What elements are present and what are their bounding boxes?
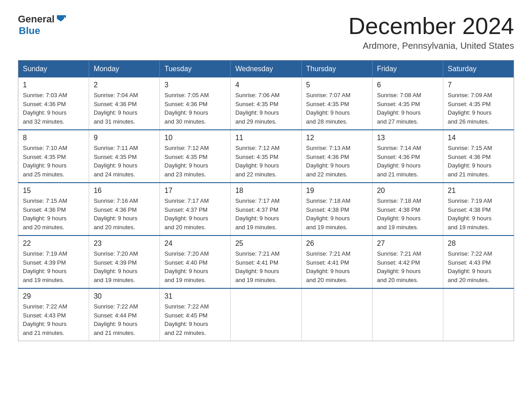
calendar-cell: 12 Sunrise: 7:13 AMSunset: 4:36 PMDaylig… xyxy=(301,130,372,183)
day-info: Sunrise: 7:17 AMSunset: 4:37 PMDaylight:… xyxy=(235,197,296,231)
calendar-cell: 6 Sunrise: 7:08 AMSunset: 4:35 PMDayligh… xyxy=(372,77,443,130)
calendar-cell: 20 Sunrise: 7:18 AMSunset: 4:38 PMDaylig… xyxy=(372,183,443,235)
calendar-cell: 7 Sunrise: 7:09 AMSunset: 4:35 PMDayligh… xyxy=(443,77,514,130)
day-number: 6 xyxy=(377,81,438,89)
day-info: Sunrise: 7:22 AMSunset: 4:44 PMDaylight:… xyxy=(94,302,155,337)
day-number: 16 xyxy=(94,187,155,195)
calendar-cell: 2 Sunrise: 7:04 AMSunset: 4:36 PMDayligh… xyxy=(89,77,160,130)
day-info: Sunrise: 7:16 AMSunset: 4:36 PMDaylight:… xyxy=(94,197,155,231)
day-number: 15 xyxy=(23,187,84,195)
day-number: 9 xyxy=(94,134,155,142)
calendar-cell: 11 Sunrise: 7:12 AMSunset: 4:35 PMDaylig… xyxy=(231,130,301,183)
day-info: Sunrise: 7:11 AMSunset: 4:35 PMDaylight:… xyxy=(94,144,155,179)
calendar-cell xyxy=(301,288,372,341)
calendar-table: SundayMondayTuesdayWednesdayThursdayFrid… xyxy=(18,60,514,341)
day-number: 14 xyxy=(448,134,509,142)
logo: General Blue xyxy=(18,13,66,37)
day-info: Sunrise: 7:08 AMSunset: 4:35 PMDaylight:… xyxy=(377,91,438,126)
day-number: 20 xyxy=(377,187,438,195)
col-header-wednesday: Wednesday xyxy=(231,60,301,78)
calendar-cell: 19 Sunrise: 7:18 AMSunset: 4:38 PMDaylig… xyxy=(301,183,372,235)
calendar-cell xyxy=(372,288,443,341)
calendar-cell: 17 Sunrise: 7:17 AMSunset: 4:37 PMDaylig… xyxy=(160,183,231,235)
day-number: 19 xyxy=(306,187,368,195)
col-header-thursday: Thursday xyxy=(301,60,372,78)
day-number: 18 xyxy=(235,187,296,195)
day-number: 10 xyxy=(164,134,226,142)
day-info: Sunrise: 7:21 AMSunset: 4:42 PMDaylight:… xyxy=(377,249,438,284)
location-title: Ardmore, Pennsylvania, United States xyxy=(348,41,514,51)
col-header-sunday: Sunday xyxy=(18,60,89,78)
day-info: Sunrise: 7:22 AMSunset: 4:43 PMDaylight:… xyxy=(23,302,84,337)
svg-marker-0 xyxy=(57,15,64,21)
day-info: Sunrise: 7:19 AMSunset: 4:38 PMDaylight:… xyxy=(448,197,509,231)
day-number: 27 xyxy=(377,240,438,248)
calendar-cell: 16 Sunrise: 7:16 AMSunset: 4:36 PMDaylig… xyxy=(89,183,160,235)
day-info: Sunrise: 7:09 AMSunset: 4:35 PMDaylight:… xyxy=(448,91,509,126)
day-number: 24 xyxy=(164,240,226,248)
day-number: 11 xyxy=(235,134,296,142)
day-number: 3 xyxy=(164,81,226,89)
day-info: Sunrise: 7:05 AMSunset: 4:36 PMDaylight:… xyxy=(164,91,226,126)
logo-blue: Blue xyxy=(19,25,40,37)
day-info: Sunrise: 7:18 AMSunset: 4:38 PMDaylight:… xyxy=(306,197,368,231)
title-section: December 2024 Ardmore, Pennsylvania, Uni… xyxy=(348,13,514,51)
col-header-monday: Monday xyxy=(89,60,160,78)
day-number: 28 xyxy=(448,240,509,248)
day-info: Sunrise: 7:20 AMSunset: 4:39 PMDaylight:… xyxy=(94,249,155,284)
day-info: Sunrise: 7:17 AMSunset: 4:37 PMDaylight:… xyxy=(164,197,226,231)
day-info: Sunrise: 7:06 AMSunset: 4:35 PMDaylight:… xyxy=(235,91,296,126)
day-info: Sunrise: 7:21 AMSunset: 4:41 PMDaylight:… xyxy=(306,249,368,284)
day-info: Sunrise: 7:12 AMSunset: 4:35 PMDaylight:… xyxy=(164,144,226,179)
day-info: Sunrise: 7:14 AMSunset: 4:36 PMDaylight:… xyxy=(377,144,438,179)
day-number: 8 xyxy=(23,134,84,142)
day-info: Sunrise: 7:12 AMSunset: 4:35 PMDaylight:… xyxy=(235,144,296,179)
calendar-cell xyxy=(443,288,514,341)
day-info: Sunrise: 7:22 AMSunset: 4:45 PMDaylight:… xyxy=(164,302,226,337)
calendar-cell: 29 Sunrise: 7:22 AMSunset: 4:43 PMDaylig… xyxy=(18,288,89,341)
logo-icon xyxy=(56,13,66,23)
logo-general: General xyxy=(18,13,55,25)
calendar-cell: 1 Sunrise: 7:03 AMSunset: 4:36 PMDayligh… xyxy=(18,77,89,130)
day-number: 23 xyxy=(94,240,155,248)
calendar-cell: 3 Sunrise: 7:05 AMSunset: 4:36 PMDayligh… xyxy=(160,77,231,130)
day-number: 4 xyxy=(235,81,296,89)
calendar-cell: 22 Sunrise: 7:19 AMSunset: 4:39 PMDaylig… xyxy=(18,235,89,288)
page-header: General Blue December 2024 Ardmore, Penn… xyxy=(18,13,514,51)
col-header-tuesday: Tuesday xyxy=(160,60,231,78)
day-info: Sunrise: 7:15 AMSunset: 4:36 PMDaylight:… xyxy=(448,144,509,179)
day-info: Sunrise: 7:19 AMSunset: 4:39 PMDaylight:… xyxy=(23,249,84,284)
calendar-cell: 30 Sunrise: 7:22 AMSunset: 4:44 PMDaylig… xyxy=(89,288,160,341)
calendar-cell: 21 Sunrise: 7:19 AMSunset: 4:38 PMDaylig… xyxy=(443,183,514,235)
day-number: 21 xyxy=(448,187,509,195)
calendar-cell: 8 Sunrise: 7:10 AMSunset: 4:35 PMDayligh… xyxy=(18,130,89,183)
calendar-cell: 26 Sunrise: 7:21 AMSunset: 4:41 PMDaylig… xyxy=(301,235,372,288)
day-info: Sunrise: 7:20 AMSunset: 4:40 PMDaylight:… xyxy=(164,249,226,284)
col-header-friday: Friday xyxy=(372,60,443,78)
calendar-cell: 5 Sunrise: 7:07 AMSunset: 4:35 PMDayligh… xyxy=(301,77,372,130)
calendar-cell: 23 Sunrise: 7:20 AMSunset: 4:39 PMDaylig… xyxy=(89,235,160,288)
day-number: 30 xyxy=(94,292,155,300)
day-number: 17 xyxy=(164,187,226,195)
col-header-saturday: Saturday xyxy=(443,60,514,78)
calendar-cell: 9 Sunrise: 7:11 AMSunset: 4:35 PMDayligh… xyxy=(89,130,160,183)
day-number: 13 xyxy=(377,134,438,142)
day-number: 25 xyxy=(235,240,296,248)
day-info: Sunrise: 7:04 AMSunset: 4:36 PMDaylight:… xyxy=(94,91,155,126)
calendar-cell: 24 Sunrise: 7:20 AMSunset: 4:40 PMDaylig… xyxy=(160,235,231,288)
day-number: 29 xyxy=(23,292,84,300)
day-info: Sunrise: 7:07 AMSunset: 4:35 PMDaylight:… xyxy=(306,91,368,126)
day-info: Sunrise: 7:03 AMSunset: 4:36 PMDaylight:… xyxy=(23,91,84,126)
calendar-cell: 10 Sunrise: 7:12 AMSunset: 4:35 PMDaylig… xyxy=(160,130,231,183)
calendar-cell xyxy=(231,288,301,341)
calendar-cell: 14 Sunrise: 7:15 AMSunset: 4:36 PMDaylig… xyxy=(443,130,514,183)
calendar-cell: 31 Sunrise: 7:22 AMSunset: 4:45 PMDaylig… xyxy=(160,288,231,341)
day-number: 22 xyxy=(23,240,84,248)
day-number: 5 xyxy=(306,81,368,89)
day-number: 12 xyxy=(306,134,368,142)
day-number: 1 xyxy=(23,81,84,89)
day-number: 26 xyxy=(306,240,368,248)
day-info: Sunrise: 7:13 AMSunset: 4:36 PMDaylight:… xyxy=(306,144,368,179)
calendar-cell: 18 Sunrise: 7:17 AMSunset: 4:37 PMDaylig… xyxy=(231,183,301,235)
calendar-cell: 13 Sunrise: 7:14 AMSunset: 4:36 PMDaylig… xyxy=(372,130,443,183)
